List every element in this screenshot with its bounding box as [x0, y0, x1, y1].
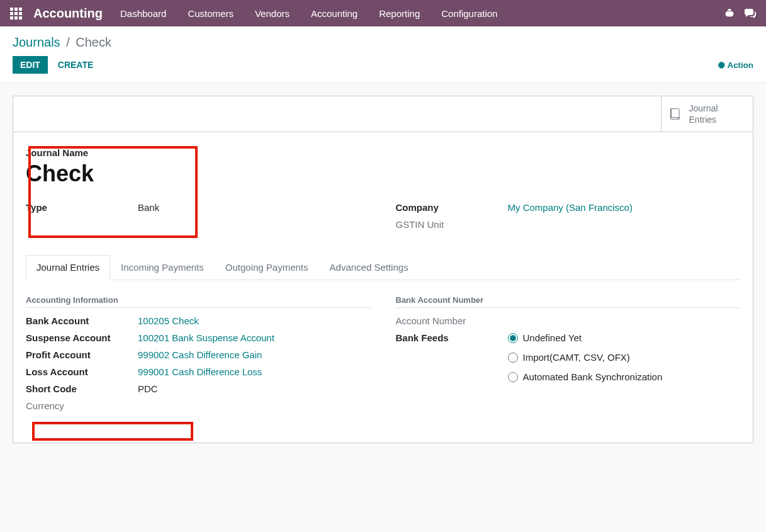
- gstin-label: GSTIN Unit: [396, 219, 508, 230]
- highlight-box-2: [32, 422, 193, 441]
- journal-name-value: Check: [26, 161, 740, 187]
- breadcrumb-sep: /: [66, 35, 70, 49]
- gear-icon: [718, 61, 725, 69]
- nav-dashboard[interactable]: Dashboard: [120, 8, 166, 19]
- nav-reporting[interactable]: Reporting: [379, 8, 420, 19]
- type-label: Type: [26, 202, 138, 213]
- tab-incoming-payments[interactable]: Incoming Payments: [110, 255, 215, 280]
- company-label: Company: [396, 202, 508, 213]
- edit-button[interactable]: EDIT: [13, 56, 48, 74]
- breadcrumb: Journals / Check: [13, 35, 753, 50]
- breadcrumb-current: Check: [76, 35, 111, 49]
- stat-button-label: Journal Entries: [689, 103, 746, 125]
- bug-icon[interactable]: [724, 8, 735, 18]
- apps-icon[interactable]: [10, 8, 22, 20]
- profit-account-value[interactable]: 999002 Cash Difference Gain: [138, 349, 371, 360]
- radio-import[interactable]: Import(CAMT, CSV, OFX): [508, 352, 741, 363]
- account-number-label: Account Number: [396, 315, 508, 326]
- short-code-label: Short Code: [26, 383, 138, 394]
- create-button[interactable]: CREATE: [50, 56, 101, 74]
- tab-outgoing-payments[interactable]: Outgoing Payments: [215, 255, 319, 280]
- book-icon: [668, 106, 683, 122]
- nav-accounting[interactable]: Accounting: [311, 8, 358, 19]
- top-navbar: Accounting Dashboard Customers Vendors A…: [0, 0, 766, 26]
- radio-undefined-yet[interactable]: Undefined Yet: [508, 332, 741, 343]
- suspense-account-label: Suspense Account: [26, 332, 138, 343]
- bank-account-label: Bank Account: [26, 315, 138, 326]
- profit-account-label: Profit Account: [26, 349, 138, 360]
- action-label: Action: [728, 60, 753, 70]
- bank-feeds-label: Bank Feeds: [396, 332, 508, 343]
- tab-journal-entries[interactable]: Journal Entries: [26, 255, 110, 280]
- radio-undefined-input[interactable]: [508, 333, 518, 343]
- tab-advanced-settings[interactable]: Advanced Settings: [319, 255, 419, 280]
- loss-account-label: Loss Account: [26, 366, 138, 377]
- breadcrumb-root[interactable]: Journals: [13, 35, 60, 49]
- type-value: Bank: [138, 202, 371, 213]
- radio-automated-input[interactable]: [508, 372, 518, 382]
- nav-configuration[interactable]: Configuration: [441, 8, 497, 19]
- nav-menu: Dashboard Customers Vendors Accounting R…: [120, 8, 724, 19]
- radio-import-label: Import(CAMT, CSV, OFX): [523, 352, 630, 363]
- form-sheet: Journal Entries Journal Name Check Type …: [13, 96, 753, 443]
- journal-name-label: Journal Name: [26, 147, 740, 158]
- accounting-info-title: Accounting Information: [26, 295, 371, 308]
- chat-icon[interactable]: [745, 8, 756, 18]
- nav-vendors[interactable]: Vendors: [255, 8, 290, 19]
- action-button[interactable]: Action: [718, 60, 753, 70]
- control-panel: Journals / Check EDIT CREATE Action: [0, 26, 766, 83]
- radio-automated[interactable]: Automated Bank Synchronization: [508, 371, 741, 382]
- bank-number-title: Bank Account Number: [396, 295, 741, 308]
- radio-import-input[interactable]: [508, 353, 518, 363]
- radio-automated-label: Automated Bank Synchronization: [523, 371, 663, 382]
- loss-account-value[interactable]: 999001 Cash Difference Loss: [138, 366, 371, 377]
- journal-entries-stat-button[interactable]: Journal Entries: [661, 96, 753, 132]
- currency-label: Currency: [26, 400, 138, 411]
- short-code-value: PDC: [138, 383, 371, 394]
- company-value[interactable]: My Company (San Francisco): [508, 202, 741, 213]
- nav-customers[interactable]: Customers: [188, 8, 234, 19]
- app-brand[interactable]: Accounting: [33, 6, 103, 21]
- suspense-account-value[interactable]: 100201 Bank Suspense Account: [138, 332, 371, 343]
- bank-account-value[interactable]: 100205 Check: [138, 315, 371, 326]
- tabs: Journal Entries Incoming Payments Outgoi…: [26, 255, 740, 280]
- radio-undefined-label: Undefined Yet: [523, 332, 582, 343]
